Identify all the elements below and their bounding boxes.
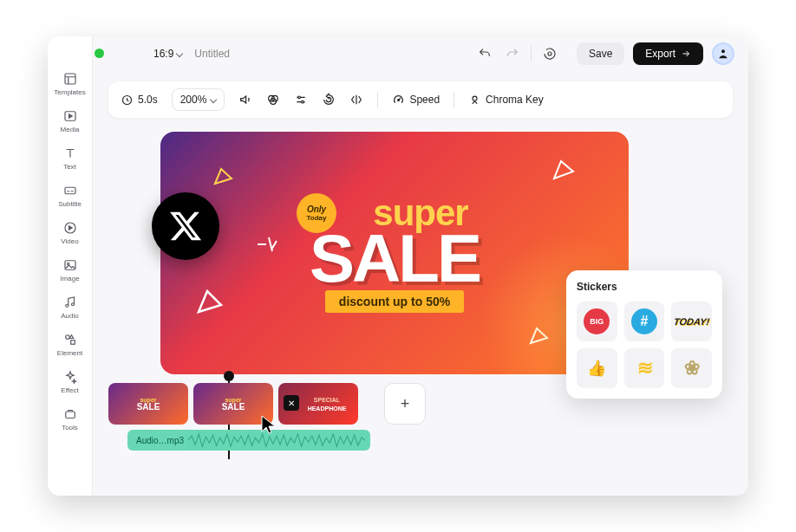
svg-point-7 [71, 303, 74, 306]
element-icon [62, 332, 78, 347]
tools-icon [62, 406, 78, 422]
svg-point-11 [548, 52, 551, 55]
aspect-ratio-selector[interactable]: 16:9 [153, 48, 182, 60]
sidebar-item-image[interactable]: Image [48, 257, 92, 282]
redo-button[interactable] [503, 44, 522, 63]
triangle-decoration [528, 326, 551, 348]
chroma-icon [468, 94, 481, 107]
arrow-right-icon [681, 49, 691, 59]
chevron-down-icon [210, 96, 217, 103]
sidebar-item-audio[interactable]: Audio [48, 295, 92, 320]
discount-text: discount up to 50% [325, 290, 464, 313]
stickers-title: Stickers [577, 281, 712, 293]
sidebar-label: Text [63, 163, 76, 171]
sidebar-label: Image [60, 275, 79, 282]
sticker-stripes[interactable]: ≋ [624, 348, 665, 388]
x-logo-icon [168, 209, 203, 243]
duration-control[interactable]: 5.0s [121, 94, 158, 107]
speed-icon [392, 94, 405, 107]
sidebar-label: Media [61, 126, 80, 133]
rotate-icon [322, 93, 336, 107]
save-button[interactable]: Save [577, 42, 624, 65]
sidebar-label: Templates [54, 88, 85, 96]
app-window: Templates Media Text Subtitle Video Imag… [48, 36, 748, 496]
sidebar-label: Audio [61, 312, 78, 320]
canvas-toolbar: 5.0s 200% Speed Chroma Key [108, 81, 733, 118]
cursor-icon [260, 414, 277, 435]
audio-clip[interactable]: Audio…mp3 [127, 430, 370, 451]
sticker-today[interactable]: TODAY! [671, 302, 712, 341]
left-sidebar: Templates Media Text Subtitle Video Imag… [48, 36, 93, 496]
media-icon [62, 108, 78, 124]
video-icon [62, 220, 78, 236]
svg-point-12 [721, 49, 725, 53]
top-header: 16:9 Untitled Save Export [93, 36, 748, 71]
svg-point-6 [65, 304, 68, 307]
clip-fx-badge: ✕ [284, 395, 299, 411]
sidebar-label: Element [57, 349, 82, 357]
templates-icon [62, 71, 78, 87]
speed-button[interactable]: Speed [392, 94, 440, 107]
sidebar-item-tools[interactable]: Tools [48, 406, 92, 431]
timeline-clip[interactable]: ✕ SPECIALHEADPHONE [278, 383, 358, 425]
adjust-icon [294, 93, 308, 107]
chroma-key-button[interactable]: Chroma Key [468, 94, 544, 107]
audio-clip-label: Audio…mp3 [136, 436, 184, 445]
undo-button[interactable] [475, 44, 494, 63]
volume-button[interactable] [238, 93, 252, 107]
add-clip-button[interactable]: + [384, 383, 426, 425]
export-label: Export [645, 48, 675, 60]
sidebar-item-video[interactable]: Video [48, 220, 92, 245]
user-avatar[interactable] [712, 42, 734, 65]
sale-graphic: Only Today super SALE discount up to 50% [160, 132, 629, 374]
subtitle-icon [62, 183, 78, 198]
divider [531, 46, 532, 62]
svg-rect-4 [65, 261, 75, 270]
sidebar-label: Tools [62, 424, 78, 431]
sidebar-item-text[interactable]: Text [48, 146, 92, 171]
zoom-selector[interactable]: 200% [172, 88, 225, 111]
flip-icon [349, 93, 363, 107]
chevron-down-icon [176, 50, 183, 57]
image-icon [62, 257, 78, 273]
svg-point-18 [302, 101, 304, 103]
svg-marker-24 [531, 328, 547, 343]
sticker-hashtag[interactable]: # [624, 302, 665, 341]
zoom-value: 200% [180, 94, 207, 106]
svg-point-19 [398, 99, 400, 101]
sidebar-item-media[interactable]: Media [48, 108, 92, 133]
text-icon [62, 146, 78, 161]
svg-rect-9 [70, 341, 75, 345]
x-logo-sticker[interactable] [152, 192, 219, 260]
sidebar-label: Effect [61, 386, 78, 394]
sticker-big-sale[interactable]: BIG [577, 302, 617, 341]
sidebar-item-subtitle[interactable]: Subtitle [48, 183, 92, 208]
sidebar-label: Video [61, 237, 78, 245]
color-button[interactable] [266, 93, 280, 107]
flip-button[interactable] [349, 93, 363, 107]
audio-icon [62, 295, 78, 310]
sidebar-item-templates[interactable]: Templates [48, 71, 92, 96]
color-icon [266, 93, 280, 107]
divider [377, 92, 378, 107]
sidebar-item-effect[interactable]: Effect [48, 369, 92, 394]
export-button[interactable]: Export [633, 42, 703, 65]
today-text: Today [307, 214, 327, 222]
timeline-clip[interactable]: superSALE [108, 383, 188, 425]
clock-icon [121, 94, 134, 107]
sale-text: SALE [310, 230, 480, 287]
sticker-like[interactable]: 👍 [577, 348, 617, 388]
canvas-preview[interactable]: Only Today super SALE discount up to 50% [160, 132, 629, 374]
svg-point-20 [473, 96, 477, 101]
rotate-button[interactable] [322, 93, 336, 107]
divider [453, 92, 454, 107]
svg-rect-10 [65, 412, 75, 418]
effect-icon [62, 369, 78, 385]
avatar-icon [716, 47, 730, 61]
sticker-wreath[interactable]: ❀ [671, 348, 712, 388]
adjust-button[interactable] [294, 93, 308, 107]
sidebar-item-element[interactable]: Element [48, 332, 92, 357]
project-title[interactable]: Untitled [194, 48, 230, 60]
history-button[interactable] [540, 44, 559, 63]
duration-value: 5.0s [138, 94, 158, 106]
